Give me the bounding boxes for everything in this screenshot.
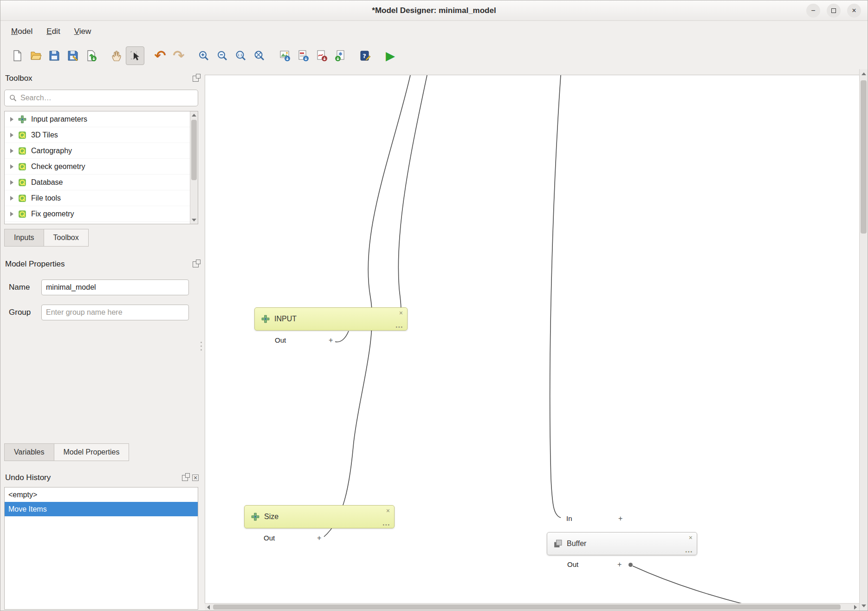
open-folder-icon	[30, 50, 42, 62]
save-model-button[interactable]	[45, 46, 64, 65]
new-model-button[interactable]	[8, 46, 26, 65]
tree-item-label: Input parameters	[31, 115, 87, 124]
node-title: Size	[264, 513, 279, 521]
tree-item-3d-tiles[interactable]: 3D Tiles	[5, 127, 198, 143]
zoom-actual-button[interactable]: 1:1	[232, 46, 250, 65]
scroll-up-icon[interactable]	[860, 70, 868, 78]
menu-edit[interactable]: Edit	[39, 23, 67, 40]
tree-item-fix-geometry[interactable]: Fix geometry	[5, 206, 198, 222]
tree-item-file-tools[interactable]: File tools	[5, 190, 198, 206]
node-buffer[interactable]: Buffer × •••	[547, 532, 697, 555]
undo-button[interactable]: ↶	[151, 46, 169, 65]
edit-node-icon[interactable]: •••	[382, 522, 390, 527]
close-panel-icon[interactable]: ×	[192, 474, 199, 481]
undo-item-empty[interactable]: <empty>	[5, 488, 198, 502]
node-title: INPUT	[274, 315, 297, 323]
tree-item-label: 3D Tiles	[31, 131, 58, 139]
tree-item-database[interactable]: Database	[5, 175, 198, 190]
undo-item-move-items[interactable]: Move Items	[5, 502, 198, 516]
size-out-socket[interactable]: +	[317, 534, 321, 542]
scroll-up-icon[interactable]	[190, 111, 198, 119]
edit-node-icon[interactable]: •••	[395, 325, 403, 330]
expand-caret-icon[interactable]	[10, 133, 13, 137]
node-size[interactable]: Size × •••	[244, 505, 395, 528]
export-script-icon	[334, 50, 346, 62]
float-panel-icon[interactable]	[193, 261, 199, 267]
pan-tool-button[interactable]	[107, 46, 126, 65]
group-label: Group	[0, 308, 41, 317]
input-out-label: Out	[275, 336, 286, 344]
model-name-field[interactable]	[41, 280, 189, 295]
zoom-full-icon	[253, 50, 266, 62]
expand-caret-icon[interactable]	[10, 180, 13, 185]
float-panel-icon[interactable]	[182, 475, 188, 481]
menu-view[interactable]: View	[67, 23, 98, 40]
tab-toolbox[interactable]: Toolbox	[44, 229, 89, 247]
tree-item-check-geometry[interactable]: Check geometry	[5, 159, 198, 175]
toolbar: ↶ ↷ 1:1 ? ▶	[0, 42, 868, 69]
zoom-in-button[interactable]	[194, 46, 213, 65]
save-in-project-icon	[85, 50, 97, 62]
tab-variables[interactable]: Variables	[4, 443, 54, 461]
redo-button[interactable]: ↷	[169, 46, 188, 65]
node-input[interactable]: INPUT × •••	[254, 307, 408, 331]
delete-node-icon[interactable]: ×	[689, 534, 693, 541]
save-model-as-button[interactable]	[64, 46, 82, 65]
expand-caret-icon[interactable]	[10, 117, 13, 122]
export-svg-icon	[316, 50, 328, 62]
edit-model-help-button[interactable]: ?	[356, 46, 375, 65]
maximize-icon[interactable]	[827, 4, 841, 18]
canvas-horizontal-scrollbar[interactable]	[205, 603, 859, 611]
menu-model[interactable]: Model	[4, 23, 39, 40]
search-input[interactable]	[20, 94, 193, 102]
scroll-thumb[interactable]	[861, 80, 867, 234]
expand-caret-icon[interactable]	[10, 149, 13, 153]
zoom-out-button[interactable]	[213, 46, 232, 65]
scroll-right-icon[interactable]	[852, 604, 859, 611]
buffer-in-socket[interactable]: +	[618, 515, 622, 522]
dock-splitter-handle[interactable]	[200, 342, 202, 358]
search-icon	[9, 94, 17, 102]
open-model-button[interactable]	[26, 46, 45, 65]
tab-model-properties[interactable]: Model Properties	[54, 443, 130, 461]
float-panel-icon[interactable]	[193, 76, 199, 82]
tree-item-input-parameters[interactable]: Input parameters	[5, 111, 198, 127]
buffer-out-socket[interactable]: +	[617, 561, 622, 568]
scroll-down-icon[interactable]	[860, 602, 868, 610]
input-out-socket[interactable]: +	[329, 337, 333, 344]
select-tool-button[interactable]	[126, 46, 144, 65]
tab-inputs[interactable]: Inputs	[4, 229, 44, 247]
delete-node-icon[interactable]: ×	[386, 507, 390, 514]
tree-scrollbar[interactable]	[190, 111, 198, 224]
minimize-icon[interactable]: −	[806, 4, 820, 18]
parameter-icon	[18, 115, 26, 124]
scroll-thumb[interactable]	[213, 604, 841, 610]
toolbox-search[interactable]	[4, 90, 198, 106]
undo-icon: ↶	[154, 49, 166, 63]
canvas-vertical-scrollbar[interactable]	[859, 69, 868, 611]
size-out-label: Out	[264, 534, 275, 542]
expand-caret-icon[interactable]	[10, 164, 13, 169]
close-icon[interactable]: ×	[847, 4, 861, 18]
qgis-icon	[18, 210, 26, 218]
zoom-full-button[interactable]	[250, 46, 269, 65]
export-image-button[interactable]	[275, 46, 294, 65]
model-canvas[interactable]: INPUT × ••• Out + Size × ••• Out + In + …	[205, 75, 860, 605]
model-group-field[interactable]	[41, 305, 189, 320]
run-model-button[interactable]: ▶	[381, 46, 400, 65]
scroll-down-icon[interactable]	[190, 216, 198, 224]
save-model-in-project-button[interactable]	[82, 46, 101, 65]
scroll-left-icon[interactable]	[205, 604, 212, 611]
export-pdf-button[interactable]	[294, 46, 312, 65]
qgis-icon	[18, 147, 26, 155]
scroll-thumb[interactable]	[191, 120, 197, 180]
expand-caret-icon[interactable]	[10, 196, 13, 201]
buffer-out-port-dot[interactable]	[628, 563, 633, 567]
expand-caret-icon[interactable]	[10, 212, 13, 216]
tree-item-cartography[interactable]: Cartography	[5, 143, 198, 159]
name-label: Name	[0, 283, 41, 292]
export-svg-button[interactable]	[312, 46, 331, 65]
edit-node-icon[interactable]: •••	[685, 549, 693, 554]
delete-node-icon[interactable]: ×	[399, 309, 403, 317]
export-script-button[interactable]	[331, 46, 350, 65]
